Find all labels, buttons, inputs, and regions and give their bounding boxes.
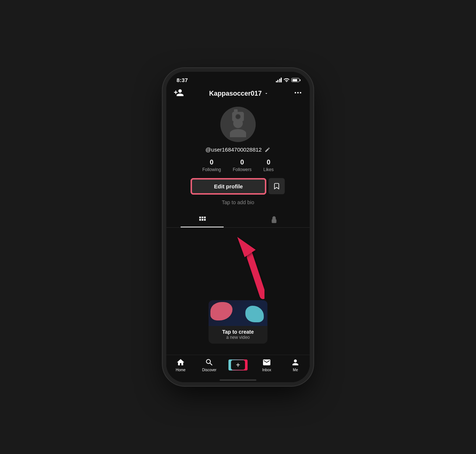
add-friend-button[interactable]: [174, 88, 184, 99]
home-label: Home: [176, 368, 186, 372]
svg-rect-6: [199, 219, 201, 221]
tap-create-title: Tap to create: [212, 329, 264, 335]
phone-frame: 8:37 Kappasoccer017: [166, 72, 310, 382]
likes-label: Likes: [263, 167, 274, 172]
bottom-nav: Home Discover + Inbox: [166, 355, 310, 379]
red-arrow-indicator: [226, 230, 285, 303]
header: Kappasoccer017: [166, 85, 310, 104]
status-icons: [276, 78, 300, 82]
username-switcher[interactable]: Kappasoccer017: [209, 90, 268, 97]
battery-icon: [291, 78, 299, 82]
user-handle: @user1684700028812: [206, 146, 262, 153]
card-text: Tap to create a new video: [209, 326, 267, 344]
me-label: Me: [293, 368, 298, 372]
discover-label: Discover: [202, 368, 217, 372]
likes-stat[interactable]: 0 Likes: [263, 159, 274, 172]
likes-count: 0: [267, 159, 270, 166]
edit-profile-button[interactable]: Edit profile: [191, 179, 266, 194]
svg-rect-9: [271, 219, 276, 223]
avatar[interactable]: [220, 107, 256, 142]
svg-rect-4: [202, 217, 203, 219]
wifi-icon: [284, 78, 289, 82]
svg-rect-7: [202, 219, 203, 221]
status-time: 8:37: [177, 77, 188, 83]
nav-home[interactable]: Home: [170, 358, 192, 372]
svg-point-1: [297, 92, 299, 93]
nav-create[interactable]: +: [227, 359, 249, 370]
inbox-icon: [262, 358, 271, 367]
edit-handle-icon[interactable]: [264, 147, 270, 153]
svg-rect-5: [204, 217, 206, 219]
bio-placeholder[interactable]: Tap to add bio: [222, 199, 254, 205]
camera-icon: [232, 112, 244, 121]
profile-section: @user1684700028812 0 Following 0 Followe…: [166, 104, 310, 210]
bookmark-button[interactable]: [269, 178, 285, 194]
grid-icon: [198, 216, 206, 224]
inbox-label: Inbox: [262, 368, 271, 372]
content-area: Tap to create a new video: [166, 228, 310, 355]
tab-private[interactable]: [238, 211, 310, 227]
dropdown-arrow-icon: [264, 91, 269, 96]
home-indicator: [220, 379, 256, 381]
user-handle-row: @user1684700028812: [206, 146, 271, 153]
status-bar: 8:37: [166, 72, 310, 85]
svg-rect-8: [204, 219, 206, 221]
svg-marker-11: [237, 237, 256, 257]
profile-icon: [291, 358, 300, 367]
tabs-row: [166, 211, 310, 228]
following-stat[interactable]: 0 Following: [202, 159, 221, 172]
signal-icon: [276, 78, 282, 82]
nav-me[interactable]: Me: [284, 358, 306, 372]
username-label: Kappasoccer017: [209, 90, 262, 97]
nav-inbox[interactable]: Inbox: [256, 358, 278, 372]
following-count: 0: [210, 159, 213, 166]
card-thumbnail: [209, 300, 267, 326]
nav-discover[interactable]: Discover: [198, 358, 220, 372]
tap-create-sub: a new video: [212, 335, 264, 340]
tab-videos[interactable]: [166, 211, 238, 227]
action-row: Edit profile: [191, 178, 285, 194]
svg-point-0: [295, 92, 296, 93]
stats-row: 0 Following 0 Followers 0 Likes: [202, 159, 274, 172]
plus-icon: +: [236, 361, 240, 369]
screen: Kappasoccer017: [166, 85, 310, 382]
svg-rect-3: [199, 217, 201, 219]
following-label: Following: [202, 167, 221, 172]
home-icon: [176, 358, 185, 367]
svg-line-10: [248, 252, 263, 296]
followers-stat[interactable]: 0 Followers: [233, 159, 252, 172]
search-icon: [205, 358, 214, 367]
more-options-button[interactable]: [294, 88, 302, 99]
followers-count: 0: [240, 159, 244, 166]
svg-point-2: [300, 92, 301, 93]
followers-label: Followers: [233, 167, 252, 172]
tap-to-create-card[interactable]: Tap to create a new video: [209, 300, 267, 344]
lock-icon: [270, 216, 278, 224]
